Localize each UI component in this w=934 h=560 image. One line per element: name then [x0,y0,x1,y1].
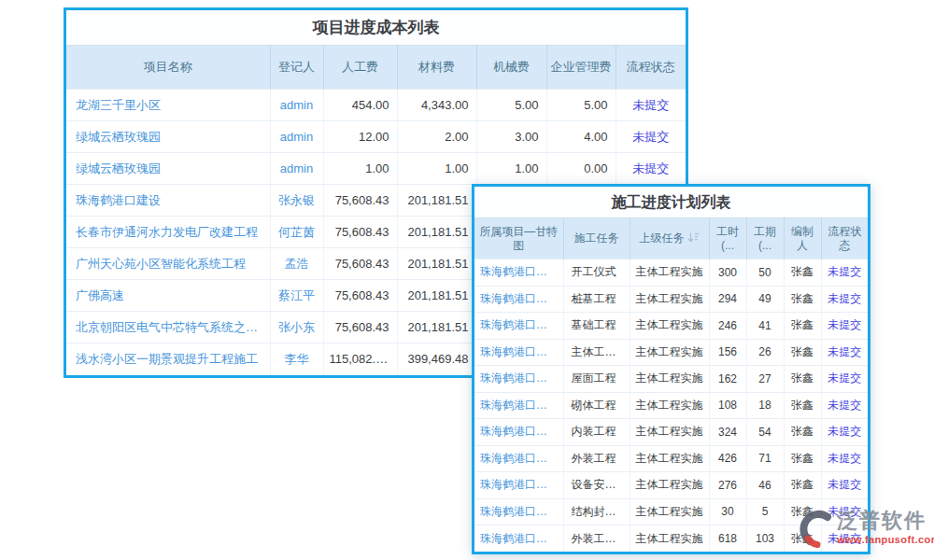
cell-registrant[interactable]: admin [270,153,323,185]
cell-parent-task: 主体工程实施 [630,259,709,287]
cell-flow-status[interactable]: 未提交 [821,366,868,393]
col-header-labor-cost: 人工费 [323,46,397,90]
cell-material-cost: 1.00 [397,153,476,185]
plan-table-row: 珠海鹤港口建设 设备安装... 主体工程实施 276 46 张鑫 未提交 [474,472,868,499]
cell-flow-status[interactable]: 未提交 [616,153,686,185]
cell-parent-project[interactable]: 珠海鹤港口建设 [474,339,563,366]
cell-duration: 50 [746,259,784,287]
cell-material-cost: 399,469.48 [397,343,476,375]
col-header-parent-task[interactable]: 上级任务 [630,218,709,259]
cell-labor-cost: 75,608.43 [323,280,397,312]
plan-table-title: 施工进度计划列表 [474,187,868,217]
cell-parent-project[interactable]: 珠海鹤港口建设 [474,498,563,525]
cell-registrant[interactable]: 孟浩 [270,248,323,280]
cell-project-name[interactable]: 绿城云栖玫瑰园 [66,153,270,185]
plan-table-row: 珠海鹤港口建设 主体工程... 主体工程实施 156 26 张鑫 未提交 [474,339,868,366]
cell-parent-project[interactable]: 珠海鹤港口建设 [474,392,563,419]
cell-parent-project[interactable]: 珠海鹤港口建设 [474,259,563,287]
cell-flow-status[interactable]: 未提交 [821,445,868,472]
cell-parent-project[interactable]: 珠海鹤港口建设 [474,313,563,340]
cell-registrant[interactable]: 李华 [270,343,323,375]
cell-construction-task: 桩基工程 [563,286,630,313]
plan-table-row: 珠海鹤港口建设 桩基工程 主体工程实施 294 49 张鑫 未提交 [474,286,868,313]
cell-compiler: 张鑫 [784,445,821,472]
cell-flow-status[interactable]: 未提交 [821,419,868,446]
cell-flow-status[interactable]: 未提交 [616,121,686,153]
cost-table-row: 龙湖三千里小区 admin 454.00 4,343.00 5.00 5.00 … [66,90,686,121]
cost-table-header: 项目名称 登记人 人工费 材料费 机械费 企业管理费 流程状态 [66,46,686,90]
cell-parent-project[interactable]: 珠海鹤港口建设 [474,366,563,393]
cell-compiler: 张鑫 [784,286,821,313]
cell-machinery-cost: 1.00 [476,153,546,185]
cell-labor-cost: 12.00 [323,121,397,153]
cell-duration: 41 [746,313,784,340]
cell-parent-task: 主体工程实施 [630,419,709,446]
cell-flow-status[interactable]: 未提交 [821,392,868,419]
col-header-duration: 工期 (... [746,218,784,259]
col-header-registrant: 登记人 [270,46,323,90]
cell-registrant[interactable]: 张小东 [270,312,323,343]
cell-parent-task: 主体工程实施 [630,498,709,525]
cell-labor-cost: 75,608.43 [323,185,397,217]
cell-parent-project[interactable]: 珠海鹤港口建设 [474,419,563,446]
cell-project-name[interactable]: 广州天心苑小区智能化系统工程 [66,248,270,280]
cell-registrant[interactable]: 蔡江平 [270,280,323,312]
cell-parent-project[interactable]: 珠海鹤港口建设 [474,472,563,499]
cell-parent-project[interactable]: 珠海鹤港口建设 [474,525,563,553]
cell-parent-project[interactable]: 珠海鹤港口建设 [474,445,563,472]
cell-labor-cost: 454.00 [323,90,397,121]
cell-material-cost: 201,181.51 [397,217,476,248]
cell-project-name[interactable]: 广佛高速 [66,280,270,312]
cell-project-name[interactable]: 珠海鹤港口建设 [66,185,270,217]
cell-construction-task: 内装工程 [563,419,630,446]
sort-icon[interactable] [687,232,700,246]
cell-work-hours: 294 [709,286,746,313]
cell-parent-project[interactable]: 珠海鹤港口建设 [474,286,563,313]
cell-work-hours: 324 [709,419,746,446]
cost-table-row: 绿城云栖玫瑰园 admin 12.00 2.00 3.00 4.00 未提交 [66,121,686,153]
cell-work-hours: 276 [709,472,746,499]
cell-flow-status[interactable]: 未提交 [821,259,868,287]
watermark-text: 泛普软件 www.fanpusoft.com [837,509,934,545]
cell-project-name[interactable]: 绿城云栖玫瑰园 [66,121,270,153]
col-header-work-hours: 工时 (... [709,218,746,259]
cell-compiler: 张鑫 [784,392,821,419]
col-header-machinery-cost: 机械费 [476,46,546,90]
parent-task-label: 上级任务 [640,231,685,245]
cell-project-name[interactable]: 龙湖三千里小区 [66,90,270,121]
cell-registrant[interactable]: admin [270,90,323,121]
cell-project-name[interactable]: 北京朝阳区电气中芯特气系统之G... [66,312,270,343]
cell-project-name[interactable]: 浅水湾小区一期景观提升工程施工 [66,343,270,375]
col-header-flow-status: 流程状态 [616,46,686,90]
col-header-parent-project-gantt: 所属项目—甘特图 [474,218,563,259]
cell-construction-task: 屋面工程 [563,366,630,393]
plan-table: 所属项目—甘特图 施工任务 上级任务 工时 (... 工期 (... 编制人 流… [474,217,868,552]
cell-flow-status[interactable]: 未提交 [616,90,686,121]
plan-table-row: 珠海鹤港口建设 砌体工程 主体工程实施 108 18 张鑫 未提交 [474,392,868,419]
cell-material-cost: 201,181.51 [397,312,476,343]
cell-construction-task: 结构封顶... [563,498,630,525]
cell-construction-task: 基础工程 [563,313,630,340]
cell-compiler: 张鑫 [784,419,821,446]
cell-registrant[interactable]: 张永银 [270,185,323,217]
cell-work-hours: 156 [709,339,746,366]
cell-flow-status[interactable]: 未提交 [821,313,868,340]
cell-work-hours: 426 [709,445,746,472]
cell-registrant[interactable]: 何芷茵 [270,217,323,248]
cell-registrant[interactable]: admin [270,121,323,153]
cell-compiler: 张鑫 [784,259,821,287]
cell-flow-status[interactable]: 未提交 [821,472,868,499]
plan-table-row: 珠海鹤港口建设 开工仪式 主体工程实施 300 50 张鑫 未提交 [474,259,868,287]
cell-project-name[interactable]: 长春市伊通河水力发电厂改建工程 [66,217,270,248]
plan-table-row: 珠海鹤港口建设 外装工程 主体工程实施 426 71 张鑫 未提交 [474,445,868,472]
col-header-flow-status: 流程状态 [821,218,868,259]
cell-work-hours: 618 [709,525,746,553]
plan-table-header: 所属项目—甘特图 施工任务 上级任务 工时 (... 工期 (... 编制人 流… [474,218,868,259]
cell-flow-status[interactable]: 未提交 [821,286,868,313]
cell-flow-status[interactable]: 未提交 [821,339,868,366]
cell-material-cost: 201,181.51 [397,280,476,312]
cell-material-cost: 201,181.51 [397,185,476,217]
cell-material-cost: 201,181.51 [397,248,476,280]
cell-labor-cost: 75,608.43 [323,248,397,280]
cell-work-hours: 30 [709,498,746,525]
